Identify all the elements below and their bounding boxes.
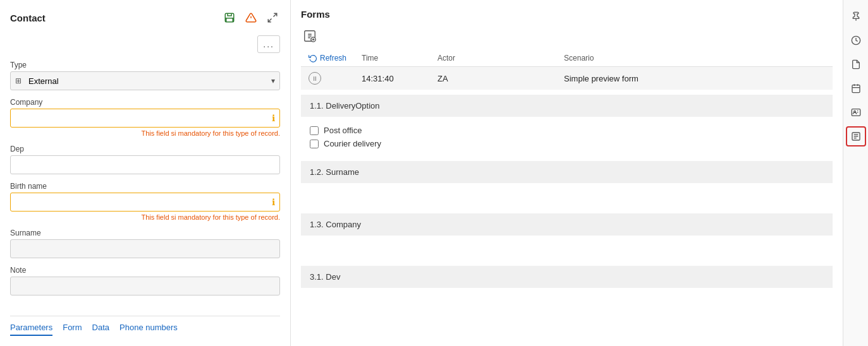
company-mandatory-msg: This field si mandatory for this type of… — [10, 129, 280, 137]
refresh-col-header[interactable]: Refresh — [309, 54, 346, 63]
note-field-group: Note — [10, 266, 280, 295]
history-icon[interactable] — [846, 30, 866, 51]
forms-toolbar-icon[interactable] — [301, 27, 319, 45]
svg-rect-9 — [852, 85, 860, 93]
log-table-wrapper: Refresh Time Actor Scenario ⏸ 14:31:40 Z… — [291, 50, 843, 95]
company-input[interactable] — [10, 109, 280, 128]
tab-data[interactable]: Data — [92, 323, 109, 336]
company-field-group: Company ℹ This field si mandatory for th… — [10, 98, 280, 137]
contact-card-icon[interactable] — [846, 102, 866, 122]
main-content: Forms Refresh — [291, 0, 843, 346]
actor-col-header: Actor — [430, 50, 556, 67]
company-info-icon: ℹ — [272, 113, 275, 123]
post-office-label: Post office — [324, 126, 362, 135]
section-3-1-header: 3.1. Dev — [301, 266, 833, 288]
type-select[interactable]: External — [10, 71, 280, 90]
section-1-3-header: 1.3. Company — [301, 213, 833, 236]
birth-name-field-group: Birth name ℹ This field si mandatory for… — [10, 182, 280, 221]
type-field-group: Type ⊞ External ▾ — [10, 61, 280, 90]
panel-header: Contact — [10, 10, 280, 25]
post-office-checkbox[interactable] — [310, 126, 319, 135]
time-col-header: Time — [354, 50, 430, 67]
courier-delivery-item: Courier delivery — [310, 139, 824, 148]
company-input-wrapper: ℹ — [10, 109, 280, 128]
forms-toolbar — [291, 25, 843, 50]
panel-title: Contact — [10, 13, 46, 23]
form-active-icon[interactable] — [846, 126, 866, 146]
document-icon[interactable] — [846, 54, 866, 75]
note-input[interactable] — [10, 277, 280, 295]
type-select-wrapper: ⊞ External ▾ — [10, 71, 280, 90]
surname-field-group: Surname — [10, 229, 280, 258]
birth-name-input[interactable] — [10, 193, 280, 212]
dep-label: Dep — [10, 145, 280, 153]
save-icon[interactable] — [222, 10, 237, 25]
tab-phone-numbers[interactable]: Phone numbers — [119, 323, 178, 336]
courier-delivery-checkbox[interactable] — [310, 140, 319, 148]
surname-label: Surname — [10, 229, 280, 237]
dep-field-group: Dep — [10, 145, 280, 174]
pin-icon[interactable] — [846, 6, 866, 27]
form-sections: 1.1. DeliveryOption Post office Courier … — [291, 95, 843, 346]
note-label: Note — [10, 266, 280, 275]
svg-line-4 — [268, 19, 271, 22]
right-sidebar — [843, 0, 868, 346]
warning-icon — [243, 10, 259, 25]
birth-name-mandatory-msg: This field si mandatory for this type of… — [10, 213, 280, 221]
birth-name-info-icon: ℹ — [272, 197, 275, 207]
post-office-item: Post office — [310, 126, 824, 135]
calendar-icon[interactable] — [846, 78, 866, 98]
tab-form[interactable]: Form — [63, 323, 82, 336]
birth-name-label: Birth name — [10, 182, 280, 191]
header-icons — [222, 10, 280, 25]
courier-delivery-label: Courier delivery — [324, 139, 381, 148]
tabs-bar: Parameters Form Data Phone numbers — [10, 316, 280, 336]
more-button[interactable]: ... — [257, 35, 280, 53]
row-pause-icon: ⏸ — [301, 67, 354, 90]
section-1-2-content — [301, 186, 833, 211]
tab-parameters[interactable]: Parameters — [10, 323, 52, 336]
type-select-icon: ⊞ — [15, 76, 21, 85]
refresh-label: Refresh — [320, 54, 346, 63]
company-label: Company — [10, 98, 280, 107]
row-scenario: Simple preview form — [556, 67, 833, 90]
left-panel: Contact ... Ty — [0, 0, 291, 346]
type-label: Type — [10, 61, 280, 69]
section-1-1-content: Post office Courier delivery — [301, 119, 833, 158]
section-1-3-content — [301, 238, 833, 263]
forms-title: Forms — [291, 0, 843, 25]
section-1-2-header: 1.2. Surname — [301, 161, 833, 183]
birth-name-input-wrapper: ℹ — [10, 193, 280, 212]
log-table: Refresh Time Actor Scenario ⏸ 14:31:40 Z… — [301, 50, 833, 90]
section-1-1-header: 1.1. DeliveryOption — [301, 95, 833, 117]
table-row: ⏸ 14:31:40 ZA Simple preview form — [301, 67, 833, 90]
scenario-col-header: Scenario — [556, 50, 833, 67]
svg-line-3 — [274, 13, 277, 16]
row-actor: ZA — [430, 67, 556, 90]
expand-icon[interactable] — [265, 10, 280, 25]
dep-input[interactable] — [10, 155, 280, 174]
surname-input[interactable] — [10, 239, 280, 258]
row-time: 14:31:40 — [354, 67, 430, 90]
